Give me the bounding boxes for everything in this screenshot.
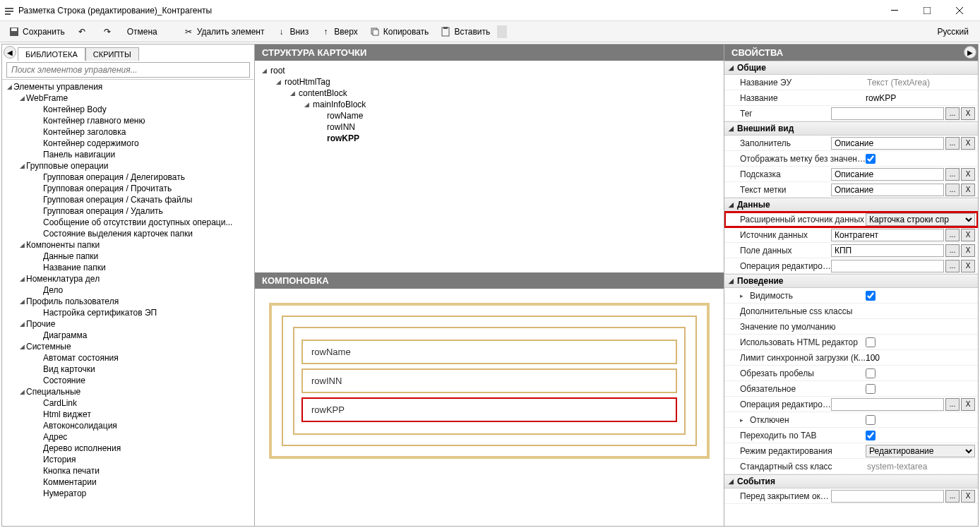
tree-item[interactable]: Состояние выделения карточек папки	[2, 228, 254, 239]
minimize-button[interactable]	[878, 0, 911, 21]
prop-editmode-select[interactable]: Редактирование	[866, 445, 975, 457]
struct-rootHtmlTag[interactable]: ◢rootHtmlTag	[262, 76, 717, 88]
group-appearance[interactable]: ◢Внешний вид	[724, 121, 978, 136]
prop-visibility-checkbox[interactable]	[866, 291, 876, 301]
tree-item[interactable]: Автоконсолидация	[2, 420, 254, 431]
more-button[interactable]: ...	[945, 107, 960, 120]
tree-item[interactable]: Вид карточки	[2, 364, 254, 375]
copy-button[interactable]: Копировать	[365, 25, 434, 39]
undo-button[interactable]: ↶	[72, 25, 95, 39]
tree-item[interactable]: ◢WebFrame	[2, 92, 254, 104]
clear-button[interactable]: X	[961, 244, 975, 257]
prop-showlabel-checkbox[interactable]	[866, 154, 876, 164]
clear-button[interactable]: X	[961, 184, 975, 196]
paste-button[interactable]: Вставить	[436, 25, 494, 39]
tree-item[interactable]: Автомат состояния	[2, 352, 254, 364]
layout-row-kpp[interactable]: rowKPP	[301, 397, 677, 422]
move-up-button[interactable]: ↑ Вверх	[316, 25, 361, 39]
clear-button[interactable]: X	[961, 168, 975, 181]
prop-field-input[interactable]	[831, 244, 944, 257]
struct-mainInfoBlock[interactable]: ◢mainInfoBlock	[262, 99, 717, 110]
tree-item[interactable]: ◢Системные	[2, 341, 254, 352]
prop-required-checkbox[interactable]	[866, 384, 876, 394]
extra-button[interactable]	[497, 25, 507, 38]
tree-item[interactable]: Состояние	[2, 375, 254, 386]
tree-item[interactable]: ◢Групповые операции	[2, 160, 254, 172]
more-button[interactable]: ...	[945, 184, 960, 196]
clear-button[interactable]: X	[961, 107, 975, 120]
prop-disabled-checkbox[interactable]	[866, 415, 876, 425]
collapse-left-icon[interactable]: ◀	[4, 46, 16, 59]
maximize-button[interactable]	[911, 0, 943, 21]
tree-item[interactable]: Дело	[2, 284, 254, 296]
prop-editop2-input[interactable]	[831, 398, 944, 411]
group-general[interactable]: ◢Общие	[724, 61, 978, 75]
tab-scripts[interactable]: СКРИПТЫ	[85, 47, 139, 61]
tree-item[interactable]: Дерево исполнения	[2, 443, 254, 454]
tree-item[interactable]: Групповая операция / Делегировать	[2, 172, 254, 183]
more-button[interactable]: ...	[945, 168, 960, 181]
group-data[interactable]: ◢Данные	[724, 198, 978, 212]
tree-item[interactable]: Групповая операция / Прочитать	[2, 183, 254, 194]
close-button[interactable]	[943, 0, 976, 21]
tree-item[interactable]: Групповая операция / Скачать файлы	[2, 194, 254, 205]
tree-item[interactable]: Контейнер содержимого	[2, 138, 254, 149]
clear-button[interactable]: X	[961, 260, 975, 272]
prop-trim-checkbox[interactable]	[866, 368, 876, 378]
tree-item[interactable]: Панель навигации	[2, 149, 254, 160]
save-button[interactable]: Сохранить	[4, 25, 69, 39]
tree-item[interactable]: ◢Элементы управления	[2, 81, 254, 92]
clear-button[interactable]: X	[961, 490, 975, 503]
library-tree[interactable]: ◢Элементы управления◢WebFrameКонтейнер B…	[2, 81, 254, 499]
prop-hint-input[interactable]	[831, 168, 944, 181]
prop-tab-checkbox[interactable]	[866, 431, 876, 440]
tree-item[interactable]: Данные папки	[2, 251, 254, 262]
language-selector[interactable]: Русский	[937, 27, 976, 37]
group-behavior[interactable]: ◢Поведение	[724, 274, 978, 288]
struct-rowName[interactable]: rowName	[262, 110, 717, 121]
group-events[interactable]: ◢События	[724, 474, 978, 488]
prop-placeholder-input[interactable]	[831, 137, 944, 150]
more-button[interactable]: ...	[945, 244, 960, 257]
tree-item[interactable]: Html виджет	[2, 409, 254, 420]
tree-item[interactable]: Групповая операция / Удалить	[2, 205, 254, 217]
clear-button[interactable]: X	[961, 398, 975, 411]
collapse-right-icon[interactable]: ▶	[964, 46, 976, 59]
struct-contentBlock[interactable]: ◢contentBlock	[262, 88, 717, 99]
layout-canvas[interactable]: rowName rowINN rowKPP	[255, 289, 724, 526]
layout-row-name[interactable]: rowName	[301, 340, 677, 364]
tree-item[interactable]: Контейнер главного меню	[2, 115, 254, 126]
tree-item[interactable]: Диаграмма	[2, 330, 254, 341]
tree-item[interactable]: Контейнер Body	[2, 104, 254, 115]
tree-item[interactable]: Сообщение об отсутствии доступных операц…	[2, 217, 254, 228]
clear-button[interactable]: X	[961, 229, 975, 241]
layout-row-inn[interactable]: rowINN	[301, 368, 677, 393]
tree-item[interactable]: ◢Номенклатура дел	[2, 273, 254, 284]
tree-item[interactable]: Настройка сертификатов ЭП	[2, 307, 254, 318]
prop-usehtml-checkbox[interactable]	[866, 337, 876, 347]
prop-default-input[interactable]	[864, 320, 975, 333]
tree-item[interactable]: ◢Компоненты папки	[2, 239, 254, 251]
tree-item[interactable]: Адрес	[2, 431, 254, 443]
tree-item[interactable]: ◢Профиль пользователя	[2, 296, 254, 307]
prop-synclimit-value[interactable]: 100	[866, 353, 880, 363]
prop-name-value[interactable]: rowKPP	[866, 93, 896, 103]
prop-tag-input[interactable]	[831, 107, 944, 120]
tree-item[interactable]: История	[2, 454, 254, 465]
cancel-button[interactable]: Отмена	[123, 25, 162, 38]
prop-ext-src-select[interactable]: Карточка строки спр	[866, 213, 975, 226]
more-button[interactable]: ...	[945, 260, 960, 272]
tree-item[interactable]: Комментарии	[2, 476, 254, 488]
move-down-button[interactable]: ↓ Вниз	[271, 25, 313, 39]
more-button[interactable]: ...	[945, 137, 960, 150]
tree-item[interactable]: Кнопка печати	[2, 465, 254, 476]
structure-tree[interactable]: ◢root ◢rootHtmlTag ◢contentBlock ◢mainIn…	[255, 61, 724, 272]
struct-root[interactable]: ◢root	[262, 65, 717, 76]
prop-labeltext-input[interactable]	[831, 184, 944, 196]
tree-item[interactable]: Нумератор	[2, 488, 254, 499]
struct-rowINN[interactable]: rowINN	[262, 121, 717, 133]
more-button[interactable]: ...	[945, 490, 960, 503]
prop-editop-input[interactable]	[831, 260, 944, 272]
tree-item[interactable]: CardLink	[2, 397, 254, 409]
more-button[interactable]: ...	[945, 398, 960, 411]
